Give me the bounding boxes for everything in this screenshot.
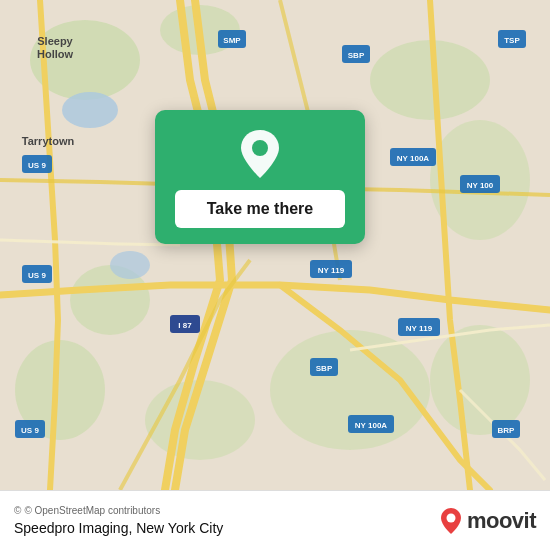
- svg-point-11: [110, 251, 150, 279]
- svg-text:Hollow: Hollow: [37, 48, 73, 60]
- bottom-bar: © © OpenStreetMap contributors Speedpro …: [0, 490, 550, 550]
- svg-text:Tarrytown: Tarrytown: [22, 135, 75, 147]
- svg-text:TSP: TSP: [504, 36, 520, 45]
- osm-text: © OpenStreetMap contributors: [24, 505, 160, 516]
- svg-text:I 87: I 87: [178, 321, 192, 330]
- svg-text:NY 100: NY 100: [467, 181, 494, 190]
- moovit-text: moovit: [467, 508, 536, 534]
- svg-point-45: [252, 140, 268, 156]
- take-me-there-button[interactable]: Take me there: [175, 190, 345, 228]
- location-name: Speedpro Imaging, New York City: [14, 520, 223, 536]
- pin-icon-wrapper: [234, 128, 286, 180]
- svg-text:US 9: US 9: [21, 426, 39, 435]
- svg-text:US 9: US 9: [28, 161, 46, 170]
- svg-point-3: [370, 40, 490, 120]
- moovit-pin-icon: [440, 507, 462, 535]
- svg-point-46: [446, 513, 455, 522]
- svg-point-10: [62, 92, 118, 128]
- svg-point-9: [430, 325, 530, 435]
- card-overlay: Take me there: [155, 110, 365, 244]
- svg-text:NY 119: NY 119: [406, 324, 433, 333]
- map-container: US 9 US 9 US 9 I 87 I 87 NY 100A NY 100A…: [0, 0, 550, 490]
- moovit-logo: moovit: [440, 507, 536, 535]
- svg-text:SMP: SMP: [223, 36, 241, 45]
- bottom-left: © © OpenStreetMap contributors Speedpro …: [14, 505, 223, 536]
- svg-text:NY 100A: NY 100A: [397, 154, 430, 163]
- svg-text:NY 119: NY 119: [318, 266, 345, 275]
- svg-text:SBP: SBP: [348, 51, 365, 60]
- svg-text:SBP: SBP: [316, 364, 333, 373]
- svg-text:BRP: BRP: [498, 426, 516, 435]
- osm-attribution: © © OpenStreetMap contributors: [14, 505, 223, 516]
- svg-text:US 9: US 9: [28, 271, 46, 280]
- svg-text:NY 100A: NY 100A: [355, 421, 388, 430]
- copyright-symbol: ©: [14, 505, 21, 516]
- svg-text:Sleepy: Sleepy: [37, 35, 73, 47]
